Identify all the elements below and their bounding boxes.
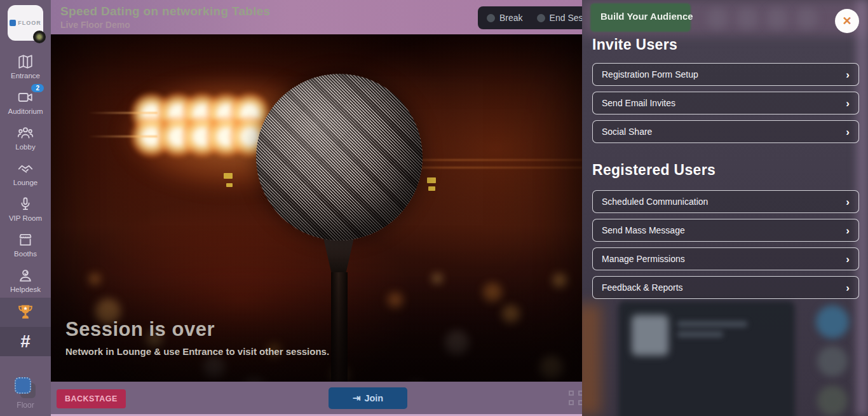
session-header: Speed Dating on networking Tables Live F… [51, 0, 582, 34]
handshake-icon [17, 160, 34, 177]
floor-label: Floor [17, 401, 34, 410]
storefront-icon [17, 232, 34, 248]
blurred-avatar [766, 8, 788, 29]
invite-users-heading: Invite Users [592, 36, 677, 53]
sidebar-item-lobby[interactable]: Lobby [0, 120, 51, 155]
blurred-avatar [796, 8, 818, 29]
panel-item-send-email-invites[interactable]: Send Email Invites › [592, 92, 859, 114]
people-icon [17, 125, 34, 141]
stage-view: Session is over Network in Lounge & use … [51, 34, 582, 382]
stage-bottom-bar: BACKSTAGE ⇥ Join [51, 382, 582, 414]
panel-item-label: Social Share [602, 127, 652, 137]
registered-users-heading: Registered Users [592, 162, 715, 179]
floor-logo-icon [10, 20, 16, 26]
floor-logo-text: FLOOR [18, 20, 41, 26]
blurred-stage-bleed [582, 304, 601, 415]
logo-status-dot [33, 31, 46, 43]
leaderboard-trophy-button[interactable] [0, 298, 51, 327]
build-audience-panel: Build Your Audience ✕ Invite Users Regis… [582, 0, 868, 416]
session-controls: Break End Sess [478, 6, 582, 29]
backstage-button[interactable]: BACKSTAGE [57, 389, 126, 408]
blurred-card-thumbnail [632, 315, 668, 356]
chevron-right-icon: › [846, 254, 850, 265]
sidebar-item-label: Helpdesk [10, 286, 41, 293]
end-session-button[interactable]: End Sess [550, 13, 582, 23]
sidebar-item-floor[interactable]: Floor [15, 377, 36, 410]
blurred-rail-button [817, 385, 848, 416]
session-status-title: Session is over [65, 318, 215, 341]
panel-item-label: Feedback & Reports [602, 282, 683, 293]
panel-item-send-mass-message[interactable]: Send Mass Message › [592, 219, 859, 242]
fullscreen-icon [569, 400, 574, 405]
blurred-rail-button [817, 346, 848, 377]
panel-item-label: Manage Permissions [602, 254, 685, 264]
app-root: FLOOR Entrance 2 Auditorium [0, 0, 868, 416]
sidebar-item-helpdesk[interactable]: Helpdesk [0, 262, 51, 298]
session-subtitle: Live Floor Demo [60, 20, 130, 30]
fullscreen-icon [569, 391, 574, 396]
blurred-rail-button [816, 305, 849, 338]
close-icon: ✕ [842, 14, 851, 28]
chevron-right-icon: › [846, 127, 850, 137]
join-button-label: Join [364, 393, 383, 403]
panel-item-label: Send Email Invites [602, 98, 675, 108]
sidebar-item-auditorium[interactable]: 2 Auditorium [0, 84, 51, 120]
join-button[interactable]: ⇥ Join [329, 387, 407, 409]
sidebar-item-label: VIP Room [9, 214, 42, 222]
fullscreen-button[interactable] [569, 391, 583, 405]
hashtag-channel-button[interactable]: # [0, 327, 51, 356]
panel-item-label: Registration Form Setup [602, 69, 698, 80]
floor-plan-icon [15, 377, 36, 399]
map-icon [17, 53, 34, 70]
session-status-message: Network in Lounge & use Entrance to visi… [65, 346, 329, 357]
blurred-card-text [677, 331, 723, 337]
build-audience-button-label[interactable]: Build Your Audience [600, 11, 693, 22]
blurred-card-text [677, 321, 747, 327]
trophy-icon [16, 303, 35, 322]
sidebar-item-label: Entrance [11, 72, 40, 80]
auditorium-count-badge: 2 [31, 84, 44, 92]
panel-item-label: Send Mass Message [602, 225, 685, 235]
support-agent-icon [17, 267, 34, 284]
blurred-avatar [707, 8, 728, 29]
sidebar-item-lounge[interactable]: Lounge [0, 155, 51, 191]
video-camera-icon: 2 [17, 89, 34, 106]
sign-in-icon: ⇥ [353, 392, 361, 404]
hashtag-icon: # [20, 331, 31, 352]
sidebar-nav: Entrance 2 Auditorium Lobby Lounge [0, 48, 51, 298]
chevron-right-icon: › [846, 282, 850, 293]
panel-item-manage-permissions[interactable]: Manage Permissions › [592, 247, 859, 270]
blurred-avatar [736, 8, 758, 29]
sidebar-item-booths[interactable]: Booths [0, 226, 51, 262]
sidebar: FLOOR Entrance 2 Auditorium [0, 0, 51, 416]
end-session-radio-icon[interactable] [537, 14, 545, 22]
break-radio-icon[interactable] [487, 14, 495, 22]
sidebar-item-label: Booths [14, 250, 37, 258]
floor-logo[interactable]: FLOOR [8, 5, 43, 41]
session-title: Speed Dating on networking Tables [60, 4, 270, 18]
chevron-right-icon: › [846, 225, 850, 236]
close-panel-button[interactable]: ✕ [835, 9, 859, 33]
panel-item-registration-form-setup[interactable]: Registration Form Setup › [592, 63, 859, 86]
chevron-right-icon: › [846, 69, 850, 80]
chevron-right-icon: › [846, 197, 850, 207]
panel-item-feedback-reports[interactable]: Feedback & Reports › [592, 276, 859, 299]
sidebar-item-vip-room[interactable]: VIP Room [0, 191, 51, 226]
panel-item-scheduled-communication[interactable]: Scheduled Communication › [592, 190, 859, 213]
sidebar-item-label: Lobby [15, 143, 35, 151]
chevron-right-icon: › [846, 98, 850, 109]
microphone-icon [17, 196, 34, 212]
break-button[interactable]: Break [499, 13, 523, 23]
panel-item-social-share[interactable]: Social Share › [592, 120, 859, 143]
sidebar-item-label: Auditorium [8, 107, 43, 115]
panel-item-label: Scheduled Communication [602, 197, 708, 207]
sidebar-item-entrance[interactable]: Entrance [0, 48, 51, 84]
sidebar-item-label: Lounge [13, 179, 37, 186]
